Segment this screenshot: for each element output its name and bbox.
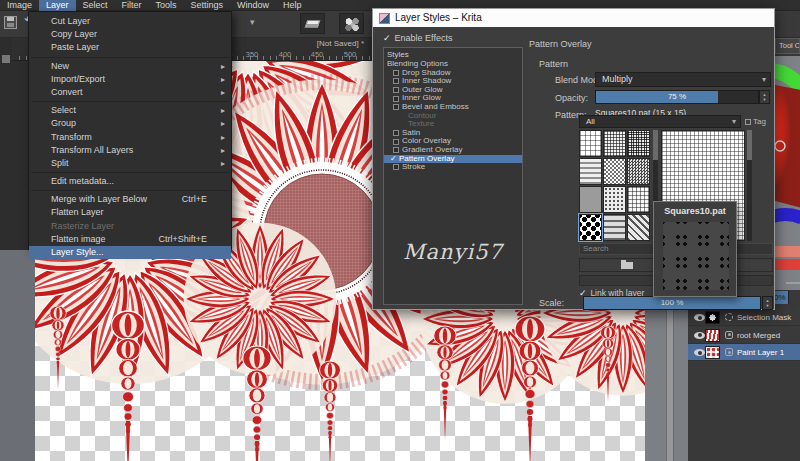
style-checkbox[interactable] [393, 104, 399, 110]
visibility-eye-icon[interactable] [694, 349, 705, 356]
style-checkbox[interactable] [393, 139, 399, 145]
style-item-bevel-and-emboss[interactable]: Bevel and Emboss [384, 103, 522, 112]
layer-row-paint-layer-1[interactable]: Paint Layer 1 [688, 344, 800, 361]
style-checkbox[interactable] [393, 87, 399, 93]
menu-item-layer-style[interactable]: Layer Style... [29, 246, 231, 259]
canvas-vertical-scrollbar[interactable] [666, 308, 674, 461]
menu-item-cut-layer[interactable]: Cut Layer [29, 15, 231, 28]
opacity-slider[interactable]: 75 % [595, 90, 759, 104]
alpha-icon [725, 348, 733, 356]
menubar-item-layer[interactable]: Layer [39, 0, 76, 11]
left-docker-area [0, 250, 35, 461]
submenu-caret-icon: ▸ [221, 144, 225, 157]
menu-item-group[interactable]: Group▸ [29, 117, 231, 130]
menubar-item-select[interactable]: Select [76, 0, 115, 11]
pattern-thumb-fine-grid[interactable] [579, 130, 602, 157]
canvas-watermark-text: Manyi57 [384, 240, 522, 264]
menubar-item-window[interactable]: Window [230, 0, 276, 11]
menu-item-label: Layer Style... [51, 247, 104, 257]
scale-spinner[interactable]: ▲ ▼ [762, 296, 773, 310]
menu-item-select[interactable]: Select▸ [29, 104, 231, 117]
spinner-down-icon[interactable]: ▼ [760, 97, 769, 102]
menu-item-merge-with-layer-below[interactable]: Merge with Layer BelowCtrl+E [29, 193, 231, 206]
enable-effects-checkbox[interactable]: ✓ Enable Effects [383, 33, 452, 43]
style-checkbox[interactable] [393, 147, 399, 153]
docker-tab-icon[interactable] [2, 55, 10, 63]
visibility-eye-icon[interactable] [694, 314, 705, 321]
styles-listbox[interactable]: Styles Blending OptionsDrop ShadowInner … [383, 47, 523, 305]
pattern-filter-select[interactable]: All ▾ [579, 115, 741, 128]
tag-label: Tag [753, 117, 766, 126]
pattern-thumb-diag-hatch[interactable] [627, 214, 650, 241]
pattern-thumb-h-stripes[interactable] [579, 158, 602, 185]
menu-item-transform-all-layers[interactable]: Transform All Layers▸ [29, 144, 231, 157]
pattern-thumb-plain-gray[interactable] [579, 186, 602, 213]
ruler-tick-label: 450 [311, 50, 324, 59]
menu-item-import-export[interactable]: Import/Export▸ [29, 73, 231, 86]
menubar-item-help[interactable]: Help [276, 0, 309, 11]
menu-item-split[interactable]: Split▸ [29, 157, 231, 170]
menu-item-label: Flatten Layer [51, 207, 104, 217]
pattern-group-label: Pattern [539, 59, 568, 69]
menu-item-edit-metadata[interactable]: Edit metadata... [29, 175, 231, 188]
scale-slider[interactable]: 100 % [583, 296, 761, 310]
pattern-thumb-fine-checker-dark[interactable] [627, 158, 650, 185]
menu-item-label: Merge with Layer Below [51, 194, 147, 204]
menu-separator [31, 170, 229, 173]
chevron-down-icon: ▾ [732, 116, 736, 127]
toolbar-dropdown-caret-icon[interactable]: ▾ [250, 17, 255, 27]
pattern-thumb-dense-grid-dark[interactable] [627, 130, 650, 157]
submenu-caret-icon: ▸ [221, 117, 225, 130]
preview-scrollbar[interactable] [747, 130, 752, 241]
krita-window: ↶ ▾ ImageLayerSelectFilterToolsSettingsW… [0, 0, 800, 461]
tooltip-pattern-preview [663, 222, 729, 290]
menu-item-copy-layer[interactable]: Copy Layer [29, 28, 231, 41]
menu-item-rasterize-layer[interactable]: Rasterize Layer [29, 220, 231, 233]
tab-tool-options[interactable]: Tool Op [775, 38, 800, 54]
pattern-thumb-squares10[interactable] [579, 214, 602, 241]
pattern-thumb-fine-checker[interactable] [603, 158, 626, 185]
pattern-icon [344, 17, 360, 32]
menubar-item-tools[interactable]: Tools [149, 0, 184, 11]
dialog-titlebar[interactable]: Layer Styles – Krita [373, 9, 774, 27]
menubar-item-filter[interactable]: Filter [115, 0, 149, 11]
style-checkbox[interactable] [393, 70, 399, 76]
layer-row-root-merged[interactable]: root Merged [688, 327, 800, 344]
menu-item-new[interactable]: New▸ [29, 60, 231, 73]
blend-mode-value: Multiply [602, 73, 633, 86]
visibility-eye-icon[interactable] [694, 332, 705, 339]
pattern-tool-button[interactable] [339, 13, 364, 34]
alpha-icon [725, 331, 733, 339]
style-item-contour[interactable]: Contour [384, 112, 522, 121]
menu-item-label: Split [51, 158, 69, 168]
layer-row-selection-mask[interactable]: Selection Mask [688, 309, 800, 326]
menu-item-flatten-image[interactable]: Flatten imageCtrl+Shift+E [29, 233, 231, 246]
submenu-caret-icon: ▸ [221, 86, 225, 99]
tag-checkbox[interactable]: Tag [745, 117, 766, 126]
menu-item-transform[interactable]: Transform▸ [29, 131, 231, 144]
style-checkbox[interactable] [393, 164, 399, 170]
menubar-item-settings[interactable]: Settings [184, 0, 231, 11]
style-checkbox[interactable] [393, 78, 399, 84]
pattern-thumb-h-lines[interactable] [603, 214, 626, 241]
pattern-thumb-small-dots[interactable] [603, 186, 626, 213]
pattern-thumb-med-grid[interactable] [627, 186, 650, 213]
style-checkbox[interactable] [393, 96, 399, 102]
pattern-thumb-dense-grid[interactable] [603, 130, 626, 157]
style-checkbox[interactable] [393, 130, 399, 136]
save-icon[interactable] [4, 16, 17, 29]
menu-item-paste-layer[interactable]: Paste Layer [29, 41, 231, 54]
menubar-item-image[interactable]: Image [0, 0, 39, 11]
submenu-caret-icon: ▸ [221, 60, 225, 73]
menu-item-label: Edit metadata... [51, 176, 114, 186]
blend-mode-select[interactable]: Multiply ▾ [595, 72, 771, 87]
opacity-spinner[interactable]: ▲ ▼ [759, 90, 770, 104]
style-item-stroke[interactable]: Stroke [384, 163, 522, 172]
menu-item-flatten-layer[interactable]: Flatten Layer [29, 206, 231, 219]
eraser-button[interactable] [300, 13, 325, 34]
eraser-icon [305, 20, 321, 28]
menu-item-convert[interactable]: Convert▸ [29, 86, 231, 99]
menu-item-label: Convert [51, 87, 83, 97]
spinner-down-icon[interactable]: ▼ [763, 303, 772, 308]
layer-opacity-spinner[interactable] [788, 291, 795, 304]
